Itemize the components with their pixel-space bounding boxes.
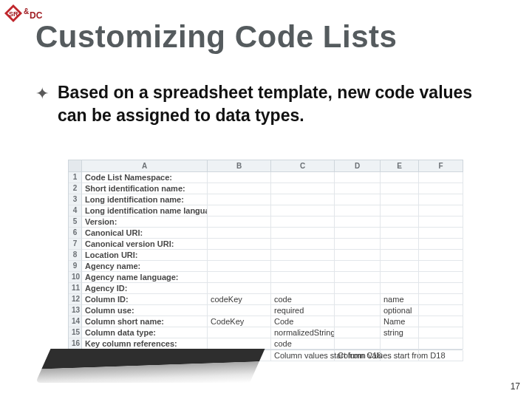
table-row: 12Column ID:codeKeycodename <box>69 294 463 305</box>
table-row: 15Column data type:normalizedStringstrin… <box>69 327 463 338</box>
page-number: 17 <box>511 381 520 392</box>
note-c18: Column values start from C18 <box>271 350 335 361</box>
slide-title: Customizing Code Lists <box>35 19 397 55</box>
table-row: 13Column use:requiredoptional <box>69 305 463 316</box>
table-row: 11Agency ID: <box>69 283 463 294</box>
col-B: B <box>208 160 271 172</box>
svg-text:SR: SR <box>9 10 18 18</box>
spreadsheet: A B C D E F 1Code List Namespace: 2Short… <box>68 160 463 361</box>
table-row: 4Long identification name language: <box>69 205 463 216</box>
col-A: A <box>82 160 208 172</box>
bullet-text: Based on a spreadsheet template, new cod… <box>58 81 488 127</box>
table-row: 8Location URI: <box>69 250 463 261</box>
note-d18: Column values start from D18 <box>335 350 381 361</box>
col-C: C <box>271 160 335 172</box>
table-row: 14Column short name:CodeKeyCodeName <box>69 316 463 327</box>
table-row: 5Version: <box>69 216 463 228</box>
table-row: 1Code List Namespace: <box>69 172 463 183</box>
col-E: E <box>381 160 419 172</box>
select-all-corner <box>69 160 82 172</box>
table-row: 9Agency name: <box>69 261 463 272</box>
bullet-icon: ✦ <box>35 81 49 103</box>
col-F: F <box>419 160 463 172</box>
col-D: D <box>335 160 381 172</box>
slide: SR & DC Customizing Code Lists ✦ Based o… <box>0 0 532 399</box>
column-headers: A B C D E F <box>69 160 463 172</box>
table-row: 3Long identification name: <box>69 194 463 205</box>
table-row: 2Short identification name: <box>69 183 463 194</box>
bullet-item: ✦ Based on a spreadsheet template, new c… <box>35 81 488 127</box>
table-row: 7Canonical version URI: <box>69 239 463 250</box>
svg-text:&: & <box>24 7 29 16</box>
table-row: 6Canonical URI: <box>69 228 463 239</box>
table-row: 16Key column references:code <box>69 338 463 349</box>
table-row: 10Agency name language: <box>69 272 463 283</box>
decorative-swoosh <box>35 349 265 383</box>
